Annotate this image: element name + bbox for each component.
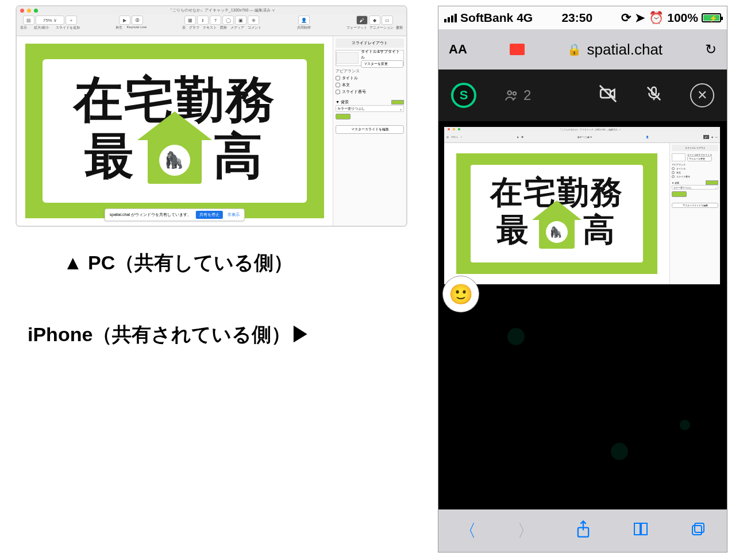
view-button[interactable]: ▤ — [23, 16, 34, 25]
text-label: テキスト — [203, 25, 217, 30]
participant-count: 2 — [523, 87, 531, 103]
iphone-frame: SoftBank 4G 23:50 ⟳ ➤ ⏰ 100% ⚡ AA 🔒 spat… — [438, 6, 727, 553]
format-button[interactable]: 🖌 — [356, 16, 368, 25]
fill-color-swatch[interactable] — [336, 114, 351, 119]
appearance-label: アピアランス — [336, 68, 404, 74]
document-button[interactable]: ▭ — [382, 16, 393, 25]
caption-iphone: iPhone（共有されている側）▶ — [28, 322, 310, 348]
share-msg: spatial.chat がウィンドウを共有しています。 — [110, 212, 191, 218]
reload-button[interactable]: ↻ — [705, 41, 717, 57]
chart-label: グラフ — [189, 25, 199, 30]
location-icon: ➤ — [635, 11, 645, 25]
master-thumbnail[interactable]: タイトル&サブタイトル マスターを変更 — [336, 50, 404, 66]
play-button[interactable]: ▶ — [119, 16, 130, 25]
table-button[interactable]: ▦ — [184, 16, 196, 25]
mini-inspector: スライドレイアウト タイトル&サブタイトル マスターを変更 アピアランス タイト… — [669, 143, 720, 284]
collab-button[interactable]: 👤 — [298, 16, 310, 25]
back-button[interactable]: 〈 — [459, 519, 476, 543]
recording-indicator-icon — [510, 44, 525, 55]
svg-point-1 — [513, 92, 516, 95]
body-checkbox[interactable]: 本文 — [336, 82, 404, 88]
forward-button[interactable]: 〉 — [517, 519, 534, 543]
safari-address-bar[interactable]: AA 🔒 spatial.chat ↻ — [438, 29, 727, 69]
add-slide-button[interactable]: ＋ — [66, 16, 77, 25]
alarm-icon: ⏰ — [649, 11, 664, 25]
maximize-icon[interactable] — [34, 9, 38, 13]
stop-share-button[interactable]: 共有を停止 — [196, 211, 223, 219]
animate-button[interactable]: ◆ — [369, 16, 380, 25]
bg-swatch[interactable] — [391, 100, 404, 105]
close-icon[interactable] — [20, 9, 24, 13]
battery-percent: 100% — [667, 11, 698, 25]
safari-tabbar: 〈 〉 — [438, 509, 727, 552]
text-button[interactable]: T — [210, 16, 221, 25]
close-button[interactable]: ✕ — [690, 83, 714, 107]
spatial-logo-icon[interactable]: S — [451, 83, 476, 108]
svg-line-3 — [600, 85, 616, 101]
shared-screen-thumbnail[interactable]: 『ごりらのせなか』アイキャッチ_1300x760 — 編集済み ∨ ▤75% ∨… — [444, 127, 720, 284]
hide-share-button[interactable]: 非表示 — [228, 212, 240, 218]
chart-button[interactable]: ⫾ — [197, 16, 209, 25]
tabs-button[interactable] — [690, 521, 706, 541]
signal-icon — [444, 14, 457, 22]
user-avatar[interactable]: 🙂 — [443, 276, 479, 312]
comment-button[interactable]: ⊕ — [248, 16, 259, 25]
orientation-lock-icon: ⟳ — [621, 11, 632, 25]
slide-canvas: 在宅勤務 最 🦍 高 — [25, 44, 324, 218]
comment-label: コメント — [248, 25, 261, 30]
spatial-stage[interactable]: 『ごりらのせなか』アイキャッチ_1300x760 — 編集済み ∨ ▤75% ∨… — [438, 121, 727, 509]
mini-slide-br: 高 — [583, 214, 617, 246]
share-button[interactable] — [575, 520, 591, 542]
shape-label: 図形 — [220, 25, 227, 30]
media-label: メディア — [230, 25, 244, 30]
bookmarks-button[interactable] — [632, 521, 649, 541]
edit-master-button[interactable]: マスタースライドを編集 — [336, 125, 404, 134]
mac-titlebar: 『ごりらのせなか』アイキャッチ_1300x760 — 編集済み ∨ — [17, 6, 406, 14]
collab-label: 共同制作 — [297, 25, 311, 30]
clock: 23:50 — [561, 11, 592, 25]
title-checkbox[interactable]: タイトル — [336, 75, 404, 81]
animate-label: アニメーション — [369, 25, 394, 30]
change-master-button[interactable]: マスターを変更 — [361, 60, 403, 68]
screen-share-strip: spatial.chat がウィンドウを共有しています。 共有を停止 非表示 — [105, 208, 245, 221]
mini-slide-bl: 最 — [496, 214, 531, 246]
live-label: Keynote Live — [127, 25, 147, 30]
mini-title: 『ごりらのせなか』アイキャッチ_1300x760 — 編集済み ∨ — [463, 128, 717, 131]
fill-select[interactable]: カラー塗りつぶし⌄ — [336, 105, 404, 112]
zoom-label: 拡大/縮小 — [34, 25, 49, 30]
view-label: 表示 — [20, 25, 27, 30]
network-label: 4G — [517, 11, 533, 25]
slide-text-bot-right: 高 — [213, 131, 265, 180]
caption-pc: ▲ PC（共有している側） — [63, 250, 293, 276]
zoom-select[interactable]: 75% ∨ — [36, 16, 64, 25]
slide-pane[interactable]: 在宅勤務 最 🦍 高 spatial.chat がウィンドウを共有しています。 … — [17, 36, 333, 226]
text-size-button[interactable]: AA — [449, 42, 467, 57]
master-name: タイトル&サブタイトル — [361, 49, 403, 60]
keynote-toolbar: ▤ 75% ∨ ＋ 表示 拡大/縮小 スライドを追加 ▶ ⦿ 再生 Keynot… — [17, 14, 406, 36]
document-label: 書類 — [396, 25, 403, 30]
participants-button[interactable]: 2 — [504, 87, 531, 103]
mini-house-icon: 🦍 — [532, 208, 582, 251]
background-label: 背景 — [341, 100, 349, 104]
slide-text-bot-left: 最 — [84, 131, 136, 180]
format-label: フォーマット — [346, 25, 367, 30]
svg-point-0 — [508, 91, 512, 95]
battery-icon: ⚡ — [702, 13, 721, 22]
inspector-layout-header: スライドレイアウト — [336, 38, 404, 48]
minimize-icon[interactable] — [27, 9, 31, 13]
face-icon: 🦍 — [159, 145, 190, 176]
play-label: 再生 — [115, 25, 122, 30]
keynote-window: 『ごりらのせなか』アイキャッチ_1300x760 — 編集済み ∨ ▤ 75% … — [16, 6, 407, 226]
shape-button[interactable]: ◯ — [222, 16, 234, 25]
mini-toolbar: ▤75% ∨＋ ▶⦿ ▦ ⫾ T ◯ ▣ ⊕ 👤 🖌◆▭ — [444, 132, 720, 143]
ios-status-bar: SoftBank 4G 23:50 ⟳ ➤ ⏰ 100% ⚡ — [438, 6, 727, 29]
camera-off-icon[interactable] — [598, 84, 618, 107]
mic-off-icon[interactable] — [645, 85, 663, 106]
svg-rect-7 — [695, 523, 704, 532]
keynote-live-button[interactable]: ⦿ — [132, 16, 143, 25]
media-button[interactable]: ▣ — [235, 16, 247, 25]
slide-number-checkbox[interactable]: スライド番号 — [336, 89, 404, 95]
house-icon: 🦍 — [137, 124, 212, 187]
window-title: 『ごりらのせなか』アイキャッチ_1300x760 — 編集済み ∨ — [41, 7, 403, 13]
inspector-panel: スライドレイアウト タイトル&サブタイトル マスターを変更 アピアランス タイト… — [333, 36, 406, 226]
